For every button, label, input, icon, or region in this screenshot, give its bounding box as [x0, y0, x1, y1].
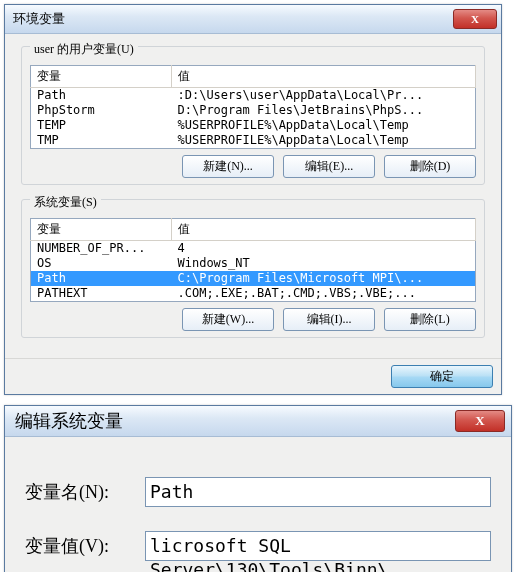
- group-label: user 的用户变量(U): [30, 41, 138, 58]
- dialog-body: 变量名(N): Path 变量值(V): licrosoft SQL Serve…: [5, 437, 511, 572]
- variable-value-input[interactable]: licrosoft SQL Server\130\Tools\Binn\: [145, 531, 491, 561]
- list-row[interactable]: TEMP%USERPROFILE%\AppData\Local\Temp: [31, 118, 476, 133]
- list-row[interactable]: PhpStormD:\Program Files\JetBrains\PhpS.…: [31, 103, 476, 118]
- title-text: 环境变量: [13, 10, 65, 28]
- user-variables-group: user 的用户变量(U) 变量 值 Path:D:\Users\user\Ap…: [21, 46, 485, 185]
- titlebar[interactable]: 环境变量 X: [5, 5, 501, 34]
- variable-name-input[interactable]: Path: [145, 477, 491, 507]
- edit-system-var-button[interactable]: 编辑(I)...: [283, 308, 375, 331]
- variable-name-label: 变量名(N):: [25, 480, 145, 504]
- dialog-body: user 的用户变量(U) 变量 值 Path:D:\Users\user\Ap…: [11, 40, 495, 352]
- list-row[interactable]: TMP%USERPROFILE%\AppData\Local\Temp: [31, 133, 476, 149]
- close-icon: X: [471, 13, 479, 25]
- system-variables-list[interactable]: 变量 值 NUMBER_OF_PR...4 OSWindows_NT PathC…: [30, 218, 476, 302]
- delete-system-var-button[interactable]: 删除(L): [384, 308, 476, 331]
- col-header-value[interactable]: 值: [172, 219, 476, 241]
- list-row[interactable]: NUMBER_OF_PR...4: [31, 241, 476, 257]
- new-system-var-button[interactable]: 新建(W)...: [182, 308, 274, 331]
- list-row[interactable]: PATHEXT.COM;.EXE;.BAT;.CMD;.VBS;.VBE;...: [31, 286, 476, 302]
- ok-button[interactable]: 确定: [391, 365, 493, 388]
- close-button[interactable]: X: [455, 410, 505, 432]
- list-row[interactable]: OSWindows_NT: [31, 256, 476, 271]
- dialog-footer: 确定: [5, 358, 501, 394]
- close-icon: X: [475, 413, 484, 429]
- edit-user-var-button[interactable]: 编辑(E)...: [283, 155, 375, 178]
- list-row[interactable]: Path:D:\Users\user\AppData\Local\Pr...: [31, 88, 476, 104]
- titlebar[interactable]: 编辑系统变量 X: [5, 406, 511, 437]
- list-row-selected[interactable]: PathC:\Program Files\Microsoft MPI\...: [31, 271, 476, 286]
- col-header-variable[interactable]: 变量: [31, 219, 172, 241]
- env-variables-dialog: 环境变量 X user 的用户变量(U) 变量 值 Path:D:\Users\…: [4, 4, 502, 395]
- variable-value-label: 变量值(V):: [25, 534, 145, 558]
- delete-user-var-button[interactable]: 删除(D): [384, 155, 476, 178]
- new-user-var-button[interactable]: 新建(N)...: [182, 155, 274, 178]
- title-text: 编辑系统变量: [15, 409, 123, 433]
- edit-system-variable-dialog: 编辑系统变量 X 变量名(N): Path 变量值(V): licrosoft …: [4, 405, 512, 572]
- system-variables-group: 系统变量(S) 变量 值 NUMBER_OF_PR...4 OSWindows_…: [21, 199, 485, 338]
- col-header-value[interactable]: 值: [172, 66, 476, 88]
- group-label: 系统变量(S): [30, 194, 101, 211]
- close-button[interactable]: X: [453, 9, 497, 29]
- user-variables-list[interactable]: 变量 值 Path:D:\Users\user\AppData\Local\Pr…: [30, 65, 476, 149]
- col-header-variable[interactable]: 变量: [31, 66, 172, 88]
